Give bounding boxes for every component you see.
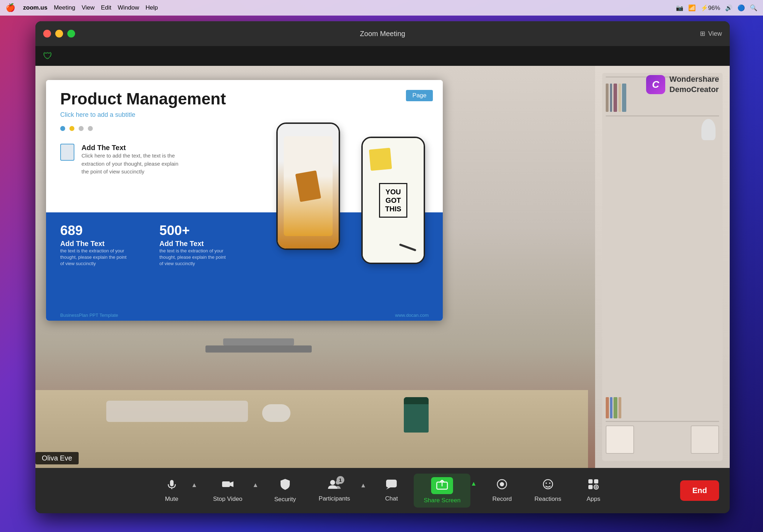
mute-expand-arrow[interactable]: ▲: [191, 476, 200, 489]
share-screen-button[interactable]: Share Screen: [414, 474, 470, 508]
share-screen-group: Share Screen ▲: [414, 474, 480, 508]
volume-icon: 🔊: [725, 4, 733, 12]
desk-surface: [35, 390, 588, 468]
slide-subtitle: Click here to add a subtitle: [60, 111, 135, 119]
menu-view[interactable]: View: [81, 4, 95, 11]
reactions-icon: [542, 479, 554, 493]
svg-point-13: [549, 482, 550, 484]
wondershare-logo: C: [646, 75, 665, 94]
stat-2-number: 500+: [159, 223, 230, 238]
svg-marker-3: [230, 481, 233, 487]
mute-icon: [166, 479, 177, 493]
stop-video-button[interactable]: Stop Video: [203, 475, 252, 506]
dot-3: [79, 126, 84, 131]
participants-icon: 1: [327, 479, 341, 492]
apps-label: Apps: [587, 496, 600, 503]
video-icon: [221, 479, 234, 493]
menu-window[interactable]: Window: [118, 4, 139, 11]
slide-footer: BusinessPlan PPT Template www.docan.com: [46, 313, 443, 318]
apple-menu[interactable]: 🍎: [6, 3, 15, 12]
record-button[interactable]: Record: [482, 475, 522, 506]
slide-text-heading: Add The Text: [81, 144, 181, 152]
maximize-button[interactable]: [67, 30, 75, 38]
security-icon: [280, 478, 290, 493]
stat-2: 500+ Add The Text the text is the extrac…: [159, 223, 230, 267]
svg-rect-15: [594, 479, 598, 484]
participants-group: 1 Participants ▲: [309, 475, 369, 506]
svg-rect-16: [588, 485, 593, 489]
menu-zoom[interactable]: zoom.us: [23, 4, 47, 11]
menu-help[interactable]: Help: [146, 4, 158, 11]
reactions-label: Reactions: [535, 496, 561, 503]
slide-page-button: Page: [406, 90, 433, 101]
phone-right: YOUGOTTHIS: [361, 137, 425, 264]
end-button[interactable]: End: [680, 480, 719, 501]
svg-rect-2: [222, 481, 230, 487]
subbar: 🛡: [35, 46, 730, 66]
menu-edit[interactable]: Edit: [101, 4, 111, 11]
menubar-right: 📷 📶 ⚡96% 🔊 🔵 🔍: [676, 4, 757, 12]
bookshelf: [595, 66, 730, 468]
slide-text-icon: [60, 144, 74, 161]
phone-screen-note: YOUGOTTHIS: [363, 138, 424, 263]
record-icon: [496, 479, 508, 493]
dot-1: [60, 126, 65, 131]
dot-2: [69, 126, 74, 131]
svg-rect-14: [588, 479, 593, 484]
slide-text-body: Click here to add the text, the text is …: [81, 152, 181, 176]
zoom-window: Zoom Meeting ⊞ View 🛡: [35, 21, 730, 513]
security-button[interactable]: Security: [264, 475, 306, 507]
slide-dots: [60, 126, 93, 131]
slide-text-content: Add The Text Click here to add the text,…: [81, 144, 181, 176]
search-icon[interactable]: 🔍: [750, 4, 757, 12]
chat-icon: [385, 479, 397, 492]
participants-expand-arrow[interactable]: ▲: [360, 477, 369, 489]
menu-meeting[interactable]: Meeting: [54, 4, 75, 11]
close-button[interactable]: [43, 30, 51, 38]
stat-1-body: the text is the extraction of your thoug…: [60, 248, 131, 267]
svg-rect-6: [386, 480, 397, 487]
view-label[interactable]: View: [708, 30, 722, 38]
slide-footer-url: www.docan.com: [395, 313, 429, 318]
reactions-button[interactable]: Reactions: [525, 475, 571, 506]
chat-button[interactable]: Chat: [372, 475, 411, 506]
participant-name-tag: Oliva Eve: [35, 452, 79, 464]
phone-left: [276, 122, 340, 250]
stat-1-number: 689: [60, 223, 131, 238]
share-screen-expand-arrow[interactable]: ▲: [470, 475, 480, 487]
svg-rect-0: [170, 480, 174, 486]
toolbar: Mute ▲ Stop Video ▲: [35, 468, 730, 513]
chat-label: Chat: [385, 495, 398, 502]
record-label: Record: [492, 496, 512, 503]
svg-point-4: [330, 480, 335, 485]
security-label: Security: [274, 496, 296, 503]
stat-1: 689 Add The Text the text is the extract…: [60, 223, 131, 267]
participants-button[interactable]: 1 Participants: [309, 475, 360, 506]
share-screen-label: Share Screen: [424, 497, 460, 504]
titlebar: Zoom Meeting ⊞ View: [35, 21, 730, 46]
wondershare-badge: C Wondershare DemoCreator: [646, 74, 719, 95]
stat-2-body: the text is the extraction of your thoug…: [159, 248, 230, 267]
presentation-screen: Product Management Click here to add a s…: [46, 80, 443, 321]
minimize-button[interactable]: [55, 30, 63, 38]
slide: Product Management Click here to add a s…: [46, 80, 443, 321]
slide-text-box: Add The Text Click here to add the text,…: [60, 144, 181, 176]
apps-button[interactable]: Apps: [574, 475, 613, 506]
stat-1-label: Add The Text: [60, 240, 131, 248]
stop-video-group: Stop Video ▲: [203, 475, 261, 506]
svg-point-12: [546, 482, 547, 484]
menubar: 🍎 zoom.us Meeting View Edit Window Help …: [0, 0, 763, 16]
mute-button[interactable]: Mute: [152, 475, 191, 506]
titlebar-right: ⊞ View: [700, 30, 722, 38]
monitor-container: Product Management Click here to add a s…: [46, 80, 471, 335]
shield-icon: 🛡: [43, 51, 52, 62]
bluetooth-icon: 🔵: [737, 4, 745, 12]
wifi-icon: 📶: [688, 4, 696, 12]
slide-top: Product Management Click here to add a s…: [46, 80, 443, 212]
apps-icon: [588, 479, 599, 493]
stop-video-expand-arrow[interactable]: ▲: [252, 476, 261, 489]
svg-point-10: [500, 482, 504, 486]
you-got-this-text: YOUGOTTHIS: [379, 183, 407, 218]
video-area: C Wondershare DemoCreator Product Manage…: [35, 66, 730, 468]
toolbar-items: Mute ▲ Stop Video ▲: [152, 474, 613, 508]
